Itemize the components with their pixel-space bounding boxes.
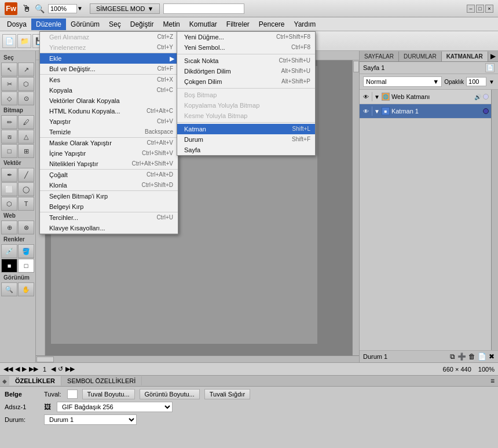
menu-filtreler[interactable]: Filtreler xyxy=(222,19,254,30)
layer-expand-k1[interactable]: ▼ xyxy=(374,108,380,115)
menu-vektor-kopyala[interactable]: Vektörler Olarak Kopyala xyxy=(40,96,178,106)
menu-html-kopyala[interactable]: HTML Kodunu Kopyala... Ctrl+Alt+C xyxy=(40,106,178,116)
menu-klavye[interactable]: Klavye Kısayolları... xyxy=(40,223,178,233)
menu-bul[interactable]: Bul ve Değiştir... Ctrl+F xyxy=(40,64,178,74)
sub-dikdortgen[interactable]: Dikdörtgen Dilim Alt+Shift+U xyxy=(177,66,315,76)
tool-eyedrop[interactable]: 💉 xyxy=(1,244,17,258)
menu-yardim[interactable]: Yardım xyxy=(290,19,321,30)
sigdir-btn[interactable]: Tuvali Sığdır xyxy=(204,389,250,399)
tool-select2[interactable]: ↗ xyxy=(18,63,34,76)
menu-yapistir[interactable]: Yapıştır Ctrl+V xyxy=(40,116,178,127)
durum-select[interactable]: Durum 1 xyxy=(44,414,137,425)
sub-durum[interactable]: Durum Shift+F xyxy=(177,134,315,145)
minimize-button[interactable]: – xyxy=(467,5,475,13)
tool-burn[interactable]: △ xyxy=(18,130,34,144)
prop-menu-icon[interactable]: ≡ xyxy=(487,376,498,386)
zoom-dropdown-arrow[interactable]: ▼ xyxy=(77,5,83,12)
add-layer-icon[interactable]: 📄 xyxy=(478,352,486,361)
sub-cokgen[interactable]: Çokgen Dilim Alt+Shift+P xyxy=(177,76,315,87)
menu-pencere[interactable]: Pencere xyxy=(254,19,290,30)
canvas-vscrollbar[interactable] xyxy=(352,60,359,355)
tool-line[interactable]: ╱ xyxy=(18,168,34,182)
sub-bos-bitmap[interactable]: Boş Bitmap xyxy=(177,90,315,100)
menu-bitmap-kirp[interactable]: Seçilen Bitmap'i Kırp xyxy=(40,191,178,201)
vscroll-thumb[interactable] xyxy=(353,61,359,72)
gorunum-boyutu-btn[interactable]: Görüntü Boyutu... xyxy=(140,389,200,399)
menu-dosya[interactable]: Dosya xyxy=(2,19,31,30)
play-last[interactable]: ▶▶ xyxy=(29,365,38,373)
prop-tab-sembol[interactable]: SEMBOL ÖZELLİKLERİ xyxy=(61,376,142,385)
menu-kopyala[interactable]: Kopyala Ctrl+C xyxy=(40,85,178,96)
sub-yeni-sembol[interactable]: Yeni Sembol... Ctrl+F8 xyxy=(177,42,315,53)
tool-arrow[interactable]: ↖ xyxy=(1,63,17,76)
menu-gorunum[interactable]: Görünüm xyxy=(66,19,104,30)
menu-komutlar[interactable]: Komutlar xyxy=(185,19,222,30)
title-search-input[interactable] xyxy=(163,3,244,14)
tuval-color[interactable] xyxy=(67,390,78,399)
sub-kesme-bitmap[interactable]: Kesme Yoluyla Bitmap xyxy=(177,111,315,121)
play-play[interactable]: ▶ xyxy=(22,365,27,373)
sub-sicak[interactable]: Sıcak Nokta Ctrl+Shift+U xyxy=(177,56,315,66)
tool-hotspot[interactable]: ⊕ xyxy=(1,221,17,234)
simgesel-mod-button[interactable]: SİMGESEL MOD ▼ xyxy=(90,3,160,14)
menu-ekle[interactable]: Ekle ▶ xyxy=(40,53,178,64)
menu-geri[interactable]: Geri Alınamaz Ctrl+Z xyxy=(40,32,178,42)
tool-fill[interactable]: 🪣 xyxy=(18,244,34,258)
canvas-hscrollbar[interactable] xyxy=(36,355,359,362)
play-loop[interactable]: ↺ xyxy=(58,365,63,373)
prop-tab-ozellikler[interactable]: ÖZELLİKLER xyxy=(9,376,61,385)
delete-state-icon[interactable]: 🗑 xyxy=(468,352,475,361)
play-fwd2[interactable]: ▶▶ xyxy=(65,365,75,373)
add-state-icon[interactable]: ➕ xyxy=(457,352,466,361)
hscroll-thumb[interactable] xyxy=(36,357,54,362)
sub-kopyalama-bitmap[interactable]: Kopyalama Yoluyla Bitmap xyxy=(177,100,315,111)
layer-web-katmani[interactable]: 👁 ▼ 🌐 Web Katmanı 🔊 xyxy=(360,90,491,104)
opacity-input[interactable] xyxy=(466,77,486,86)
toolbar-new[interactable]: 📄 xyxy=(2,34,16,48)
tool-brush[interactable]: ✏ xyxy=(1,115,17,129)
sub-sayfa[interactable]: Sayfa xyxy=(177,145,315,155)
menu-nitelik-yapistir[interactable]: Nitelikleri Yapıştır Ctrl+Alt+Shift+V xyxy=(40,159,178,169)
layer-expand-web[interactable]: ▼ xyxy=(374,94,380,100)
menu-icine-yapistir[interactable]: İçine Yapıştır Ctrl+Shift+V xyxy=(40,148,178,159)
tool-lasso[interactable]: ⊙ xyxy=(18,91,34,105)
tool-fg[interactable]: ■ xyxy=(1,259,17,273)
tuval-boyutu-btn[interactable]: Tuval Boyutu... xyxy=(82,389,135,399)
tool-crop[interactable]: ✂ xyxy=(1,77,17,91)
menu-temizle[interactable]: Temizle Backspace xyxy=(40,127,178,137)
layers-vscrollbar[interactable] xyxy=(491,90,498,350)
tool-poly[interactable]: ◇ xyxy=(1,91,17,105)
blend-mode-select[interactable]: Normal ▼ xyxy=(363,76,442,87)
play-first[interactable]: ◀◀ xyxy=(3,365,13,373)
tool-pen[interactable]: 🖊 xyxy=(18,115,34,129)
tool-magic[interactable]: ⬡ xyxy=(18,77,34,91)
layer-visibility-k1[interactable]: 👁 xyxy=(362,107,370,115)
tool-ellipse[interactable]: ◯ xyxy=(18,182,34,196)
menu-belge-kirp[interactable]: Belgeyi Kırp xyxy=(40,201,178,212)
layer-visibility-web[interactable]: 👁 xyxy=(362,93,370,101)
menu-klonla[interactable]: Klonla Ctrl+Shift+D xyxy=(40,180,178,190)
menu-cogalt[interactable]: Çoğalt Ctrl+Alt+D xyxy=(40,170,178,180)
tool-eraser[interactable]: □ xyxy=(1,144,17,158)
maximize-button[interactable]: □ xyxy=(476,5,484,13)
tool-zoom[interactable]: 🔍 xyxy=(1,282,17,296)
play-prev[interactable]: ◀ xyxy=(15,365,20,373)
sub-yeni-dugme[interactable]: Yeni Düğme... Ctrl+Shift+F8 xyxy=(177,32,315,42)
menu-sec[interactable]: Seç xyxy=(104,19,126,30)
copy-state-icon[interactable]: ⧉ xyxy=(450,352,455,361)
tool-polygon[interactable]: ⬡ xyxy=(1,197,17,211)
tool-pen2[interactable]: ✒ xyxy=(1,168,17,182)
menu-duzenle[interactable]: Düzenle xyxy=(31,19,66,30)
menu-kes[interactable]: Kes Ctrl+X xyxy=(40,75,178,85)
gif-select[interactable]: GIF Bağdaşık 256 xyxy=(57,402,173,412)
play-back[interactable]: ◀ xyxy=(51,365,56,373)
tool-rect[interactable]: ⬜ xyxy=(1,182,17,196)
menu-yinele[interactable]: Yinelenemez Ctrl+Y xyxy=(40,42,178,53)
menu-tercihler[interactable]: Tercihler... Ctrl+U xyxy=(40,212,178,223)
sub-katman[interactable]: Katman Shift+L xyxy=(177,124,315,134)
toolbar-open[interactable]: 📁 xyxy=(17,34,31,48)
tool-slice[interactable]: ⊗ xyxy=(18,221,34,234)
menu-metin[interactable]: Metin xyxy=(158,19,184,30)
tab-katmanlar[interactable]: KATMANLAR xyxy=(442,52,488,61)
layer-katman1[interactable]: 👁 ▼ ■ Katman 1 xyxy=(360,104,491,119)
